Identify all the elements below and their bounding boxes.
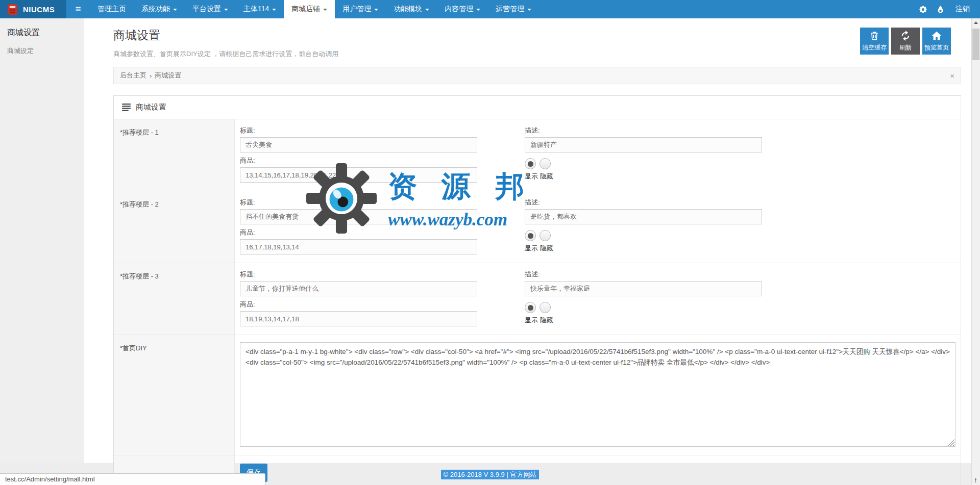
field-label-desc: 描述:: [525, 270, 762, 279]
nav-item-operations[interactable]: 运营管理: [488, 0, 539, 18]
form-row-floor-3: *推荐楼层 - 3 标题: 商品: 描述:: [114, 263, 961, 335]
main-menu: 管理主页 系统功能 平台设置 主体114 商城店铺 用户管理 功能模块 内容管理…: [90, 0, 539, 18]
floor2-desc-input[interactable]: [525, 209, 762, 224]
layout: 商城设置 商城设定 商城设置 商城参数设置、首页展示DIY设定 ，请根据自己需求…: [0, 18, 980, 463]
page-subtitle: 商城参数设置、首页展示DIY设定 ，请根据自己需求进行设置，前台自动调用: [113, 49, 338, 59]
gear-icon[interactable]: [918, 4, 928, 14]
floor3-show-radio[interactable]: [525, 302, 536, 313]
sidebar-title: 商城设置: [7, 28, 84, 38]
field-label-goods: 商品:: [240, 156, 477, 165]
hide-label: 隐藏: [540, 316, 553, 324]
floor2-goods-input[interactable]: [240, 239, 477, 254]
form-row-floor-1: *推荐楼层 - 1 标题: 商品: 描述:: [114, 119, 961, 191]
clear-cache-button[interactable]: 清空缓存: [860, 28, 889, 55]
field-label-goods: 商品:: [240, 228, 477, 237]
floor2-title-input[interactable]: [240, 209, 477, 224]
chevron-down-icon: [173, 9, 177, 11]
floor3-title-input[interactable]: [240, 281, 477, 296]
chevron-down-icon: [476, 9, 480, 11]
page-actions: 清空缓存 刷新 预览首页: [860, 25, 961, 67]
row-label: *首页DIY: [114, 335, 235, 455]
hide-label: 隐藏: [540, 244, 553, 252]
close-icon[interactable]: ×: [950, 72, 954, 80]
floor1-title-input[interactable]: [240, 137, 477, 152]
panel-title: 商城设置: [136, 103, 166, 112]
nav-item-admin-home[interactable]: 管理主页: [90, 0, 134, 18]
field-label-title: 标题:: [240, 126, 477, 135]
nav-item-subject[interactable]: 主体114: [236, 0, 284, 18]
vertical-scrollbar[interactable]: [971, 18, 980, 485]
nav-item-content[interactable]: 内容管理: [437, 0, 488, 18]
nav-item-modules[interactable]: 功能模块: [386, 0, 437, 18]
floor2-hide-radio[interactable]: [540, 230, 551, 241]
row-label: *推荐楼层 - 1: [114, 119, 235, 191]
breadcrumb-home[interactable]: 后台主页: [120, 71, 146, 80]
field-label-title: 标题:: [240, 270, 477, 279]
chevron-down-icon: [425, 9, 429, 11]
row-label: *推荐楼层 - 2: [114, 191, 235, 263]
field-label-goods: 商品:: [240, 300, 477, 309]
back-to-top-icon[interactable]: ↑: [972, 476, 979, 484]
list-icon: [122, 104, 131, 111]
floor3-hide-radio[interactable]: [540, 302, 551, 313]
form-row-diy: *首页DIY <div class="p-a-1 m-y-1 bg-white"…: [114, 335, 961, 455]
chevron-down-icon: [374, 9, 378, 11]
breadcrumb-separator: ›: [150, 72, 152, 80]
form-row-floor-2: *推荐楼层 - 2 标题: 商品: 描述:: [114, 191, 961, 263]
settings-panel: 商城设置 *推荐楼层 - 1 标题: 商品: 描述:: [113, 95, 961, 485]
nav-item-mall-shop[interactable]: 商城店铺: [284, 0, 335, 18]
trash-icon: [869, 30, 880, 41]
floor3-desc-input[interactable]: [525, 281, 762, 296]
top-navbar: NIUCMS ≡ 管理主页 系统功能 平台设置 主体114 商城店铺 用户管理 …: [0, 0, 980, 18]
chevron-down-icon: [272, 9, 276, 11]
floor1-show-radio[interactable]: [525, 158, 536, 169]
breadcrumb-current: 商城设置: [155, 71, 181, 80]
page-header: 商城设置 商城参数设置、首页展示DIY设定 ，请根据自己需求进行设置，前台自动调…: [113, 25, 961, 67]
nav-item-platform[interactable]: 平台设置: [185, 0, 236, 18]
hide-label: 隐藏: [540, 172, 553, 180]
refresh-button[interactable]: 刷新: [891, 28, 920, 55]
chevron-down-icon: [224, 9, 228, 11]
row-label: *推荐楼层 - 3: [114, 263, 235, 335]
brand[interactable]: NIUCMS: [0, 0, 66, 18]
chevron-down-icon: [527, 9, 531, 11]
show-label: 显示: [525, 316, 538, 324]
field-label-desc: 描述:: [525, 126, 762, 135]
sidebar: 商城设置 商城设定: [0, 18, 84, 463]
theme-drop-icon[interactable]: [935, 4, 945, 14]
floor3-goods-input[interactable]: [240, 311, 477, 326]
preview-home-button[interactable]: 预览首页: [922, 28, 951, 55]
chevron-down-icon: [323, 9, 327, 11]
brand-name: NIUCMS: [23, 5, 55, 14]
breadcrumb: 后台主页 › 商城设置 ×: [113, 67, 961, 84]
refresh-icon: [900, 30, 911, 41]
navbar-right: 注销: [918, 0, 980, 18]
field-label-desc: 描述:: [525, 198, 762, 207]
show-label: 显示: [525, 244, 538, 252]
floor1-goods-input[interactable]: [240, 167, 477, 183]
floor2-show-radio[interactable]: [525, 230, 536, 241]
scroll-up-arrow-icon[interactable]: [972, 18, 980, 27]
floor1-desc-input[interactable]: [525, 137, 762, 152]
main-content: 商城设置 商城参数设置、首页展示DIY设定 ，请根据自己需求进行设置，前台自动调…: [84, 18, 980, 463]
scrollbar-thumb[interactable]: [972, 29, 979, 60]
niucms-logo-icon: [7, 4, 18, 15]
menu-toggle-icon[interactable]: ≡: [66, 0, 90, 18]
sidebar-item-mall-setting[interactable]: 商城设定: [7, 46, 84, 56]
panel-header: 商城设置: [114, 96, 961, 119]
nav-item-users[interactable]: 用户管理: [335, 0, 386, 18]
floor1-hide-radio[interactable]: [540, 158, 551, 169]
page-title: 商城设置: [113, 28, 338, 43]
homepage-diy-textarea[interactable]: <div class="p-a-1 m-y-1 bg-white"> <div …: [240, 342, 955, 447]
logout-link[interactable]: 注销: [952, 5, 970, 14]
browser-status-bar: test.cc/Admin/setting/mall.html: [0, 473, 265, 485]
home-icon: [931, 30, 942, 41]
show-label: 显示: [525, 172, 538, 180]
field-label-title: 标题:: [240, 198, 477, 207]
nav-item-system[interactable]: 系统功能: [134, 0, 185, 18]
